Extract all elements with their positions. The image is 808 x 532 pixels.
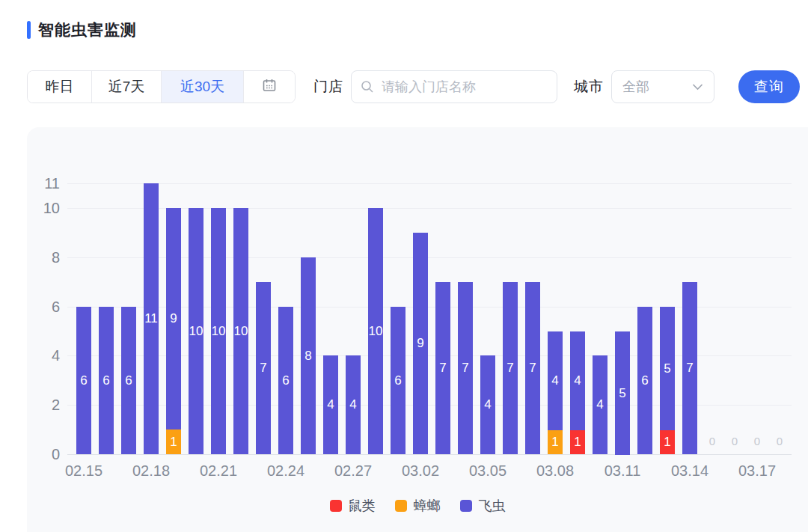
bar-segment-飞虫[interactable]: 10 [189,208,203,454]
legend-swatch-icon [395,500,407,512]
bar-segment-飞虫[interactable]: 7 [525,282,540,454]
bar-value-label: 4 [596,397,603,412]
date-picker-button[interactable] [244,71,295,103]
bar-segment-飞虫[interactable]: 7 [256,282,271,454]
calendar-icon [261,77,278,97]
bar-value-label: 6 [394,373,401,388]
bar-segment-蟑螂[interactable]: 1 [548,429,563,454]
bar-value-label: 4 [484,397,491,412]
legend-label: 蟑螂 [414,497,441,515]
legend-label: 飞虫 [479,497,506,515]
bar-segment-飞虫[interactable]: 10 [233,208,248,454]
bar-value-label: 10 [212,324,226,339]
store-search-input[interactable] [351,70,557,103]
title-accent-bar [27,21,31,39]
chevron-down-icon [692,80,703,94]
bar-value-label: 9 [417,336,423,351]
bar-segment-飞虫[interactable]: 9 [166,208,181,429]
tab-last-30-days[interactable]: 近30天 [162,71,244,103]
legend-item-蟑螂[interactable]: 蟑螂 [395,497,441,515]
bar-segment-飞虫[interactable]: 7 [682,282,697,454]
bar-value-label: 10 [189,324,203,339]
legend-swatch-icon [460,500,472,512]
bar-segment-飞虫[interactable]: 4 [480,355,495,454]
bar-value-label: 1 [551,435,558,450]
bar-value-label: 8 [304,349,311,364]
bar-segment-飞虫[interactable]: 5 [615,331,630,455]
page-title: 智能虫害监测 [38,19,137,40]
bar-segment-飞虫[interactable]: 10 [368,208,383,454]
bar-segment-飞虫[interactable]: 6 [99,307,114,454]
bar-value-label: 5 [664,361,670,376]
legend-item-飞虫[interactable]: 飞虫 [460,497,506,515]
filter-toolbar: 昨日 近7天 近30天 门店 [27,70,800,103]
bar-value-label: 7 [260,361,266,376]
bar-value-label: 1 [170,435,177,450]
bar-segment-飞虫[interactable]: 6 [391,307,405,454]
bar-value-label: 7 [686,361,693,376]
store-search-box [351,70,557,103]
legend-label: 鼠类 [349,497,376,515]
bar-value-label: 6 [80,373,87,388]
bar-value-label: 4 [574,373,581,388]
bar-segment-鼠类[interactable]: 1 [660,429,675,454]
bar-value-label: 9 [170,311,177,326]
tab-yesterday[interactable]: 昨日 [28,71,92,103]
bar-value-label: 11 [144,311,158,326]
bar-value-label: 4 [327,397,334,412]
legend-swatch-icon [330,500,342,512]
bar-segment-飞虫[interactable]: 9 [413,233,428,454]
bar-segment-飞虫[interactable]: 4 [548,331,563,430]
bar-segment-飞虫[interactable]: 4 [323,355,338,454]
page-header: 智能虫害监测 [27,19,137,40]
bar-segment-飞虫[interactable]: 5 [660,307,675,430]
bar-value-label: 7 [506,361,513,376]
bar-value-label: 6 [641,373,648,388]
chart-legend: 鼠类蟑螂飞虫 [27,497,808,515]
bar-segment-飞虫[interactable]: 6 [278,307,293,454]
bar-value-label: 7 [529,361,536,376]
tab-last-7-days[interactable]: 近7天 [92,71,162,103]
bar-value-label: 10 [234,324,248,339]
bar-segment-飞虫[interactable]: 6 [121,307,136,454]
bar-value-label: 4 [551,373,558,388]
legend-item-鼠类[interactable]: 鼠类 [330,497,376,515]
bar-segment-飞虫[interactable]: 7 [435,282,450,454]
bar-value-label: 10 [369,324,383,339]
bar-value-label: 5 [619,386,625,401]
pest-monitoring-page: 智能虫害监测 昨日 近7天 近30天 门店 [0,0,808,532]
bar-segment-飞虫[interactable]: 7 [458,282,473,454]
city-select[interactable]: 全部 [611,70,714,103]
bar-segment-飞虫[interactable]: 6 [637,307,652,454]
city-select-value: 全部 [622,78,649,96]
bar-value-label: 6 [102,373,109,388]
bar-segment-飞虫[interactable]: 4 [346,355,361,454]
bar-segment-飞虫[interactable]: 4 [570,331,585,430]
bar-value-label: 1 [664,435,670,450]
bar-segment-飞虫[interactable]: 7 [503,282,518,454]
store-label: 门店 [313,77,343,97]
bar-value-label: 6 [125,373,132,388]
bar-value-label: 7 [439,361,446,376]
bar-segment-鼠类[interactable]: 1 [570,429,585,454]
bar-segment-飞虫[interactable]: 11 [144,183,159,454]
bar-segment-蟑螂[interactable]: 1 [166,429,181,454]
bar-value-label: 1 [574,435,581,450]
date-range-segmented-control: 昨日 近7天 近30天 [27,70,296,103]
bar-segment-飞虫[interactable]: 4 [593,355,607,454]
query-button[interactable]: 查询 [738,70,800,103]
city-label: 城市 [574,77,604,97]
bar-segment-飞虫[interactable]: 6 [76,307,91,454]
bar-segment-飞虫[interactable]: 8 [301,257,316,454]
bar-value-label: 7 [462,361,468,376]
bar-value-label: 4 [349,397,356,412]
bar-value-label: 6 [282,373,289,388]
bar-segment-飞虫[interactable]: 10 [211,208,226,454]
